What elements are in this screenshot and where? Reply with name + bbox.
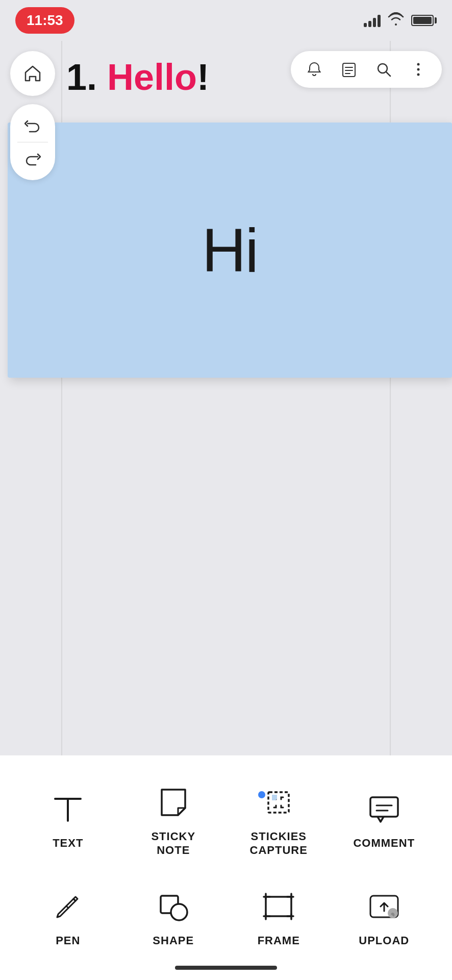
tool-frame[interactable]: FRAME: [226, 868, 332, 966]
search-button[interactable]: [372, 58, 395, 81]
tool-pen[interactable]: PEN: [15, 868, 121, 966]
tool-upload-label: UPLOAD: [359, 934, 409, 947]
wifi-icon: [388, 12, 404, 29]
tool-text-label: TEXT: [53, 837, 83, 850]
battery-icon: [411, 15, 437, 26]
tool-sticky-note[interactable]: STICKYNOTE: [121, 771, 227, 868]
redo-button[interactable]: [10, 142, 55, 175]
svg-rect-11: [268, 792, 289, 813]
canvas-area[interactable]: 1. Hello! Hi: [0, 41, 452, 755]
tool-shape[interactable]: SHAPE: [121, 868, 227, 966]
heading-exclaim: !: [197, 57, 209, 97]
tool-comment[interactable]: COMMENT: [332, 771, 437, 868]
heading-number: 1.: [66, 57, 97, 97]
tool-stickies-capture[interactable]: STICKIESCAPTURE: [226, 771, 332, 868]
status-bar: 11:53: [0, 0, 452, 41]
frame-icon: [258, 886, 299, 927]
sticky-note[interactable]: Hi: [8, 122, 452, 378]
stickies-capture-icon: [258, 782, 299, 823]
home-indicator: [175, 966, 277, 970]
slide-heading: 1. Hello!: [66, 56, 279, 98]
svg-rect-17: [266, 897, 291, 916]
shape-icon: [153, 886, 194, 927]
tool-pen-label: PEN: [56, 934, 80, 947]
sticky-note-content: Hi: [202, 215, 258, 285]
time-display: 11:53: [15, 7, 74, 34]
tool-sticky-note-label: STICKYNOTE: [151, 830, 195, 857]
undo-redo-group: [10, 104, 55, 180]
tool-comment-label: COMMENT: [353, 837, 415, 850]
notes-button[interactable]: [338, 58, 360, 81]
tool-shape-label: SHAPE: [153, 934, 194, 947]
svg-point-7: [417, 68, 420, 71]
svg-point-16: [171, 904, 187, 920]
tool-stickies-capture-label: STICKIESCAPTURE: [250, 830, 308, 857]
status-icons: [364, 12, 437, 29]
more-button[interactable]: [407, 58, 430, 81]
upload-icon: [364, 886, 405, 927]
top-toolbar: [291, 51, 442, 88]
svg-point-8: [417, 74, 420, 76]
signal-icon: [364, 14, 381, 27]
undo-button[interactable]: [10, 109, 55, 142]
home-button[interactable]: [10, 51, 55, 96]
tool-frame-label: FRAME: [258, 934, 300, 947]
svg-line-5: [386, 72, 390, 76]
tools-grid: TEXT STICKYNOTE S: [0, 771, 452, 966]
svg-point-6: [417, 63, 420, 66]
pen-icon: [47, 886, 88, 927]
tool-text[interactable]: TEXT: [15, 771, 121, 868]
sticky-note-icon: [153, 782, 194, 823]
comment-icon: [364, 789, 405, 829]
text-icon: [47, 789, 88, 829]
svg-rect-12: [370, 797, 398, 817]
left-sidebar: [10, 51, 55, 180]
bottom-toolbar: TEXT STICKYNOTE S: [0, 755, 452, 980]
notification-button[interactable]: [303, 58, 325, 81]
tool-upload[interactable]: UPLOAD: [332, 868, 437, 966]
heading-word: Hello: [107, 57, 197, 97]
